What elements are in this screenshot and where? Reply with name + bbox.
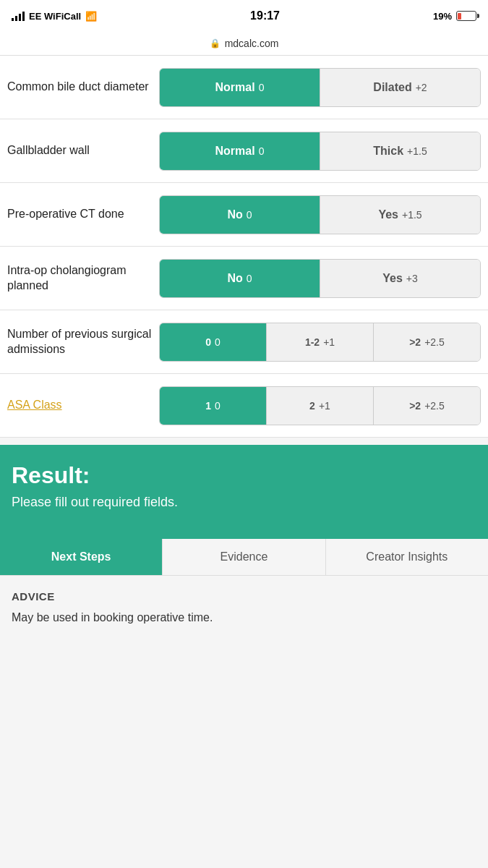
bile-duct-row: Common bile duct diameter Normal 0 Dilat… [0,56,488,119]
gallbladder-thick-score: +1.5 [407,145,427,157]
status-bar: EE WiFiCall 📶 19:17 19% [0,0,488,32]
bile-duct-dilated-label: Dilated [373,81,411,94]
advice-section: ADVICE May be used in booking operative … [0,576,488,640]
asa-1-label: 1 [205,400,211,412]
asa-class-toggle: 1 0 2 +1 >2 +2.5 [159,386,481,425]
tab-evidence[interactable]: Evidence [163,539,325,575]
admissions-12-btn[interactable]: 1-2 +1 [267,323,374,361]
bile-duct-toggle: Normal 0 Dilated +2 [159,68,481,107]
asa-1-btn[interactable]: 1 0 [160,387,267,425]
gallbladder-normal-label: Normal [215,145,255,158]
gallbladder-wall-row: Gallbladder wall Normal 0 Thick +1.5 [0,119,488,183]
advice-text: May be used in booking operative time. [12,610,476,626]
gallbladder-wall-toggle: Normal 0 Thick +1.5 [159,132,481,171]
asa-gt2-label: >2 [409,400,421,412]
ct-no-btn[interactable]: No 0 [160,196,320,234]
gallbladder-thick-btn[interactable]: Thick +1.5 [320,132,480,170]
cholangiogram-no-score: 0 [247,273,252,284]
calculator-form: Common bile duct diameter Normal 0 Dilat… [0,56,488,438]
battery-icon [456,11,476,21]
carrier-label: EE WiFiCall [29,11,81,22]
gallbladder-thick-label: Thick [373,145,403,158]
cholangiogram-toggle: No 0 Yes +3 [159,259,481,298]
ct-yes-btn[interactable]: Yes +1.5 [320,196,480,234]
asa-class-row: ASA Class 1 0 2 +1 >2 +2.5 [0,374,488,438]
ct-yes-score: +1.5 [402,209,422,221]
asa-2-label: 2 [309,400,315,412]
asa-class-link[interactable]: ASA Class [7,399,62,411]
lock-icon: 🔒 [210,38,221,48]
admissions-0-score: 0 [215,336,221,348]
url-bar: 🔒 mdcalc.com [0,32,488,56]
bile-duct-normal-score: 0 [259,82,265,93]
admissions-gt2-label: >2 [409,336,421,348]
asa-2-btn[interactable]: 2 +1 [267,387,374,425]
advice-title: ADVICE [12,590,476,603]
admissions-gt2-btn[interactable]: >2 +2.5 [374,323,480,361]
cholangiogram-yes-btn[interactable]: Yes +3 [320,260,480,297]
cholangiogram-no-label: No [227,272,242,285]
cholangiogram-yes-score: +3 [406,273,418,284]
admissions-0-btn[interactable]: 0 0 [160,323,267,361]
ct-no-score: 0 [247,209,252,221]
tab-creator-insights[interactable]: Creator Insights [326,539,488,575]
asa-gt2-score: +2.5 [424,400,445,412]
cholangiogram-label: Intra-op cholangiogram planned [7,263,152,294]
tab-next-steps[interactable]: Next Steps [0,539,163,575]
signal-bars [12,11,25,21]
surgical-admissions-row: Number of previous surgical admissions 0… [0,310,488,374]
asa-class-label: ASA Class [7,398,152,413]
ct-no-label: No [227,208,242,221]
status-left: EE WiFiCall 📶 [12,11,97,22]
status-right: 19% [433,11,476,22]
surgical-admissions-label: Number of previous surgical admissions [7,327,152,357]
gallbladder-normal-score: 0 [259,145,265,157]
ct-done-toggle: No 0 Yes +1.5 [159,195,481,234]
bile-duct-dilated-btn[interactable]: Dilated +2 [320,69,480,106]
cholangiogram-no-btn[interactable]: No 0 [160,260,320,297]
cholangiogram-yes-label: Yes [382,272,403,285]
gallbladder-normal-btn[interactable]: Normal 0 [160,132,320,170]
result-message: Please fill out required fields. [12,495,476,510]
bile-duct-normal-btn[interactable]: Normal 0 [160,69,320,106]
gallbladder-wall-label: Gallbladder wall [7,143,152,158]
admissions-12-score: +1 [323,336,335,348]
time-display: 19:17 [250,9,280,22]
bile-duct-normal-label: Normal [215,81,255,94]
bile-duct-label: Common bile duct diameter [7,80,152,95]
cholangiogram-row: Intra-op cholangiogram planned No 0 Yes … [0,247,488,310]
ct-yes-label: Yes [378,208,398,221]
wifi-icon: 📶 [85,11,97,22]
battery-percentage: 19% [433,11,452,22]
tabs-row: Next Steps Evidence Creator Insights [0,539,488,576]
surgical-admissions-toggle: 0 0 1-2 +1 >2 +2.5 [159,323,481,362]
admissions-12-label: 1-2 [305,336,320,348]
ct-done-row: Pre-operative CT done No 0 Yes +1.5 [0,183,488,247]
result-section: Result: Please fill out required fields. [0,445,488,539]
admissions-gt2-score: +2.5 [424,336,445,348]
result-title: Result: [12,462,476,489]
admissions-0-label: 0 [205,336,211,348]
asa-2-score: +1 [319,400,330,412]
asa-gt2-btn[interactable]: >2 +2.5 [374,387,480,425]
bile-duct-dilated-score: +2 [416,82,427,93]
url-text: mdcalc.com [225,38,279,49]
asa-1-score: 0 [215,400,221,412]
ct-done-label: Pre-operative CT done [7,207,152,222]
